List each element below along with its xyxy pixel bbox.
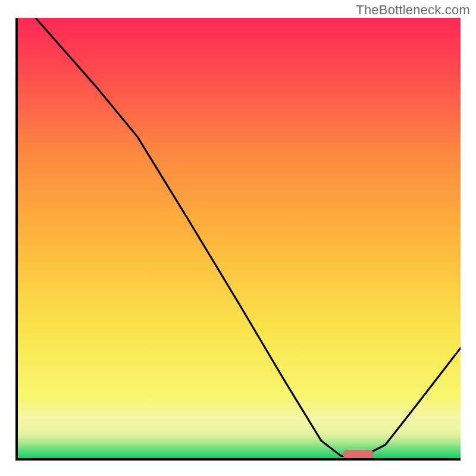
gradient-background — [18, 18, 461, 458]
target-marker — [343, 450, 374, 458]
watermark-label: TheBottleneck.com — [356, 2, 470, 18]
plot-area — [15, 18, 461, 461]
chart-svg — [18, 18, 461, 458]
chart-frame: TheBottleneck.com — [0, 0, 476, 476]
